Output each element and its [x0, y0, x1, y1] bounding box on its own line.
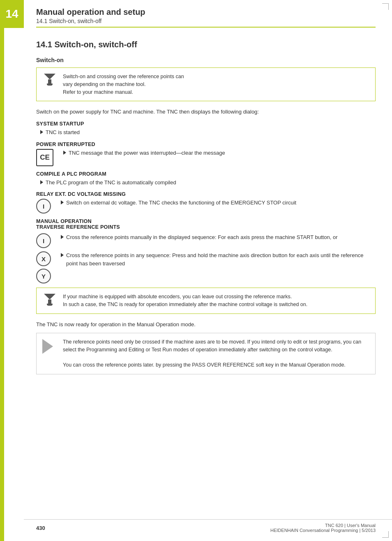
tri-bullet-icon [40, 180, 43, 184]
body-text-2: The TNC is now ready for operation in th… [36, 320, 376, 329]
circle-btn-x-label: X [42, 255, 46, 262]
chapter-title: Manual operation and setup [36, 7, 376, 17]
relay-ext-row: I Switch on external dc voltage. The TNC… [36, 199, 376, 214]
label-power-interrupted: POWER INTERRUPTED [36, 142, 376, 147]
green-bar [0, 28, 4, 541]
list-item: Switch on external dc voltage. The TNC c… [57, 199, 376, 207]
list-item-text: TNC message that the power was interrupt… [69, 149, 225, 157]
label-manual-operation: MANUAL OPERATIONTRAVERSE REFERENCE POINT… [36, 218, 376, 230]
section-ref: 14.1 Switch-on, switch-off [36, 18, 376, 24]
compile-plc-list: The PLC program of the TNC is automatica… [36, 179, 376, 187]
chapter-number-block: 14 [0, 0, 24, 28]
circle-btn-i-1-label: I [43, 203, 44, 210]
arrow-shape [42, 339, 53, 354]
circle-btn-y: Y [36, 269, 51, 283]
circle-btn-i-1: I [36, 199, 51, 214]
section-heading: 14.1 Switch-on, switch-off [36, 40, 376, 49]
list-item: TNC message that the power was interrupt… [59, 149, 376, 157]
circle-btn-x: X [36, 251, 51, 266]
corner-mark-tr [382, 3, 389, 10]
label-relay-ext: RELAY EXT. DC VOLTAGE MISSING [36, 191, 376, 197]
label-system-startup: SYSTEM STARTUP [36, 121, 376, 127]
power-interrupted-row: CE TNC message that the power was interr… [36, 149, 376, 166]
funnel-icon-2 [42, 293, 57, 306]
note-para-2: You can cross the reference points later… [63, 362, 346, 368]
info-box-1-line2: vary depending on the machine tool. [63, 81, 146, 87]
traverse-xy-list: Cross the reference points in any sequen… [57, 251, 376, 267]
funnel-bottom [47, 84, 53, 86]
list-item-text: Cross the reference points in any sequen… [66, 251, 376, 267]
funnel-body-2 [48, 300, 51, 304]
circle-btn-i-2-label: I [43, 237, 44, 244]
switch-on-heading: Switch-on [36, 57, 376, 63]
list-item: TNC is started [36, 128, 376, 137]
page-header: Manual operation and setup 14.1 Switch-o… [36, 7, 376, 28]
power-interrupted-list: TNC message that the power was interrupt… [59, 149, 376, 157]
list-item-text: Switch on external dc voltage. The TNC c… [66, 199, 296, 207]
tri-bullet-icon [61, 253, 64, 257]
circle-btn-i-2: I [36, 233, 51, 248]
list-item: Cross the reference points in any sequen… [57, 251, 376, 267]
list-item-text: The PLC program of the TNC is automatica… [46, 179, 176, 187]
funnel-top-2 [44, 294, 55, 300]
page: 14 Manual operation and setup 14.1 Switc… [0, 0, 392, 541]
traverse-xy-row: X Y Cross the reference points in any se… [36, 251, 376, 283]
list-item: The PLC program of the TNC is automatica… [36, 179, 376, 187]
footer-product: TNC 620 | User's Manual [270, 523, 376, 528]
power-interrupted-content: TNC message that the power was interrupt… [59, 149, 376, 160]
info-box-2: If your machine is equipped with absolut… [36, 288, 376, 314]
label-compile-plc: COMPILE A PLC PROGRAM [36, 171, 376, 177]
funnel-bottom-2 [47, 304, 53, 306]
funnel-body [48, 79, 51, 84]
traverse-i-list: Cross the reference points manually in t… [57, 233, 376, 241]
tri-bullet-icon [61, 200, 64, 204]
relay-ext-list: Switch on external dc voltage. The TNC c… [57, 199, 376, 207]
footer-page-number: 430 [36, 525, 45, 531]
info-box-1-text: Switch-on and crossing over the referenc… [63, 73, 184, 96]
ce-badge: CE [36, 149, 53, 166]
main-content: Manual operation and setup 14.1 Switch-o… [24, 0, 392, 397]
funnel-top [44, 74, 55, 79]
body-text-1: Switch on the power supply for TNC and m… [36, 108, 376, 116]
info-box-1-line1: Switch-on and crossing over the referenc… [63, 74, 184, 79]
note-box: The reference points need only be crosse… [36, 333, 376, 374]
tri-bullet-icon [63, 151, 66, 155]
footer-edition: HEIDENHAIN Conversational Programming | … [270, 528, 376, 533]
xy-icon-col: X Y [36, 251, 51, 283]
info-box-1-line3: Refer to your machine manual. [63, 89, 133, 95]
system-startup-list: TNC is started [36, 128, 376, 137]
footer-info: TNC 620 | User's Manual HEIDENHAIN Conve… [270, 523, 376, 533]
info-box-1: Switch-on and crossing over the referenc… [36, 67, 376, 101]
arrow-right-icon [42, 338, 57, 354]
traverse-i-content: Cross the reference points manually in t… [57, 233, 376, 244]
list-item: Cross the reference points manually in t… [57, 233, 376, 241]
funnel-icon [42, 73, 57, 86]
traverse-i-row: I Cross the reference points manually in… [36, 233, 376, 248]
note-box-text: The reference points need only be crosse… [63, 338, 369, 369]
note-para-1: The reference points need only be crosse… [63, 339, 361, 353]
chapter-number: 14 [5, 7, 18, 21]
info-box-2-text: If your machine is equipped with absolut… [63, 293, 307, 309]
circle-btn-y-label: Y [42, 273, 46, 280]
page-footer: 430 TNC 620 | User's Manual HEIDENHAIN C… [24, 519, 392, 533]
traverse-xy-content: Cross the reference points in any sequen… [57, 251, 376, 270]
chapter-sidebar: 14 [0, 0, 24, 541]
tri-bullet-icon [40, 130, 43, 134]
list-item-text: TNC is started [46, 128, 80, 137]
list-item-text: Cross the reference points manually in t… [66, 233, 337, 241]
relay-ext-content: Switch on external dc voltage. The TNC c… [57, 199, 376, 209]
tri-bullet-icon [61, 235, 64, 239]
